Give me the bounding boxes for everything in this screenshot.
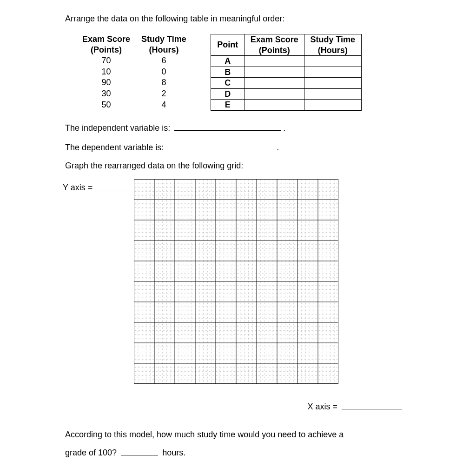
- answer-score-cell[interactable]: [245, 56, 304, 67]
- graph-area: Y axis = X axis =: [65, 179, 413, 412]
- answer-score-cell[interactable]: [245, 78, 304, 89]
- table-row: 10 0: [77, 66, 192, 77]
- table-row: 50 4: [77, 100, 192, 111]
- worksheet-page: Arrange the data on the following table …: [0, 0, 476, 468]
- answer-time-cell[interactable]: [304, 67, 361, 78]
- dependent-variable-blank[interactable]: [168, 141, 275, 150]
- x-axis-line: X axis =: [307, 401, 404, 412]
- x-axis-blank[interactable]: [342, 401, 402, 409]
- table-row: C: [211, 78, 361, 89]
- tables-row: Exam Score (Points) Study Time (Hours) 7…: [77, 34, 413, 111]
- answer-col1-header: Exam Score (Points): [245, 34, 304, 56]
- answer-score-cell[interactable]: [245, 67, 304, 78]
- graph-grid[interactable]: [134, 179, 338, 384]
- answer-score-cell[interactable]: [245, 88, 304, 100]
- instruction-text: Arrange the data on the following table …: [65, 14, 413, 24]
- graph-instruction: Graph the rearranged data on the followi…: [65, 161, 413, 171]
- answer-col2-header: Study Time (Hours): [304, 34, 361, 56]
- answer-time-cell[interactable]: [304, 100, 361, 111]
- given-col1-header: Exam Score (Points): [77, 34, 136, 55]
- answer-time-cell[interactable]: [304, 56, 361, 67]
- answer-point-header: Point: [211, 34, 245, 56]
- independent-variable-line: The independent variable is: .: [65, 122, 413, 133]
- answer-time-cell[interactable]: [304, 78, 361, 89]
- table-row: 90 8: [77, 77, 192, 88]
- answer-time-cell[interactable]: [304, 88, 361, 100]
- answer-table: Point Exam Score (Points) Study Time (Ho…: [211, 34, 362, 111]
- final-answer-blank[interactable]: [121, 447, 158, 455]
- table-row: D: [211, 88, 361, 100]
- table-row: E: [211, 100, 361, 111]
- given-data-table: Exam Score (Points) Study Time (Hours) 7…: [77, 34, 192, 111]
- table-row: 30 2: [77, 88, 192, 100]
- table-row: 70 6: [77, 55, 192, 66]
- table-row: B: [211, 67, 361, 78]
- dependent-variable-line: The dependent variable is: .: [65, 141, 413, 153]
- answer-score-cell[interactable]: [245, 100, 304, 111]
- given-col2-header: Study Time (Hours): [136, 34, 192, 55]
- table-row: A: [211, 56, 361, 67]
- independent-variable-blank[interactable]: [174, 122, 281, 131]
- final-question: According to this model, how much study …: [65, 426, 413, 462]
